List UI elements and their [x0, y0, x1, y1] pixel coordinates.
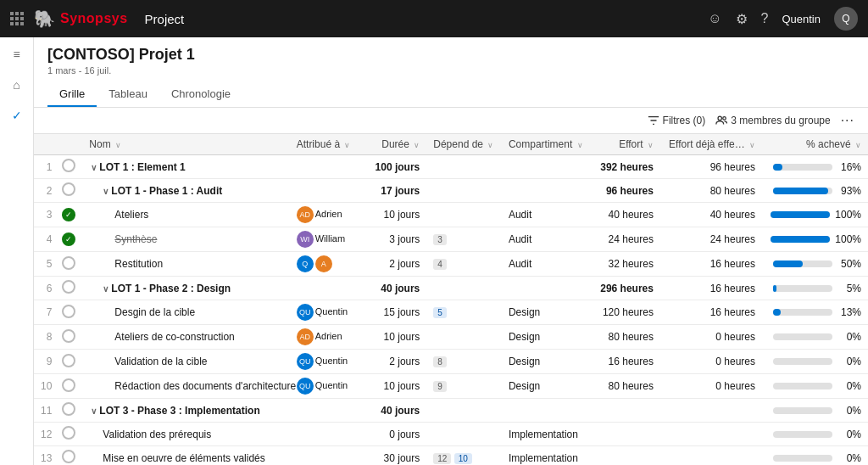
col-compart-header[interactable]: Compartiment ∨ — [502, 134, 592, 155]
row-check[interactable] — [55, 374, 82, 399]
pct-value: 50% — [837, 258, 861, 270]
duree-cell: 40 jours — [367, 277, 426, 300]
table-row[interactable]: 10Rédaction des documents d'architecture… — [34, 374, 868, 399]
table-row[interactable]: 11∨LOT 3 - Phase 3 : Implementation40 jo… — [34, 399, 868, 423]
effort-deja-cell — [660, 423, 762, 446]
pct-value: 0% — [837, 380, 861, 392]
user-avatar[interactable]: Q — [834, 7, 858, 31]
compart-cell — [502, 155, 592, 179]
check-circle[interactable] — [62, 159, 75, 172]
table-row[interactable]: 4SynthèseWIWilliam3 jours3Audit24 heures… — [34, 227, 868, 252]
tab-chronologie[interactable]: Chronologie — [159, 82, 242, 107]
check-circle[interactable] — [62, 450, 75, 463]
check-circle[interactable] — [62, 280, 75, 294]
assignee-name: Quentin — [315, 380, 348, 390]
check-circle[interactable] — [62, 402, 75, 416]
col-depend-header[interactable]: Dépend de ∨ — [426, 134, 502, 155]
check-circle[interactable] — [62, 426, 75, 440]
pct-value: 0% — [837, 331, 861, 343]
subheader: [CONTOSO] Projet 1 1 mars - 16 juil. Gri… — [34, 37, 868, 108]
tab-tableau[interactable]: Tableau — [97, 82, 159, 107]
row-check[interactable] — [55, 179, 82, 203]
progress-bar — [773, 455, 832, 462]
assignee-name: Adrien — [315, 331, 342, 341]
col-effort-header[interactable]: Effort ∨ — [591, 134, 659, 155]
row-check[interactable] — [55, 446, 82, 466]
row-check[interactable] — [55, 277, 82, 300]
expand-icon[interactable]: ∨ — [91, 163, 97, 172]
sort-arrow-name: ∨ — [115, 141, 121, 149]
progress-bar — [773, 285, 832, 292]
more-button[interactable]: ··· — [841, 113, 854, 128]
col-effort-deja-header[interactable]: Effort déjà effe… ∨ — [660, 134, 762, 155]
row-check[interactable] — [55, 399, 82, 423]
help-icon[interactable]: ? — [761, 11, 769, 26]
attribut-cell — [290, 399, 368, 423]
check-circle[interactable] — [62, 256, 75, 270]
table-row[interactable]: 2∨LOT 1 - Phase 1 : Audit17 jours96 heur… — [34, 179, 868, 203]
table-row[interactable]: 7Desgin de la cibleQUQuentin15 jours5Des… — [34, 300, 868, 325]
task-name-cell: Mise en oeuvre de éléments validés — [82, 446, 289, 466]
table-row[interactable]: 8Ateliers de co-constructionADAdrien10 j… — [34, 325, 868, 350]
tab-grille[interactable]: Grille — [47, 82, 97, 107]
grid-icon[interactable] — [10, 12, 24, 25]
check-circle[interactable] — [62, 182, 75, 196]
emoji-icon[interactable]: ☺ — [708, 11, 721, 26]
brand-name: Synopsys — [60, 11, 128, 26]
expand-icon[interactable]: ∨ — [103, 284, 108, 294]
effort-cell: 32 heures — [591, 252, 659, 277]
sidebar-grid-icon[interactable]: ≡ — [7, 44, 27, 64]
expand-icon[interactable]: ∨ — [91, 406, 97, 416]
tabs: Grille Tableau Chronologie — [47, 82, 854, 107]
compart-cell: Design — [502, 374, 592, 399]
expand-icon[interactable]: ∨ — [103, 187, 108, 196]
col-check-header — [55, 134, 82, 155]
row-check[interactable] — [55, 155, 82, 179]
logo: 🐘 Synopsys — [34, 8, 128, 29]
row-check[interactable] — [55, 325, 82, 350]
depend-badge: 4 — [433, 259, 447, 270]
check-circle-done[interactable] — [62, 208, 75, 221]
task-name-cell: Rédaction des documents d'architecture — [82, 374, 289, 399]
col-name-header[interactable]: Nom ∨ — [82, 134, 289, 155]
effort-deja-cell: 40 heures — [660, 203, 762, 227]
gear-icon[interactable]: ⚙ — [736, 11, 748, 27]
row-number: 3 — [34, 203, 55, 227]
sidebar-check-icon[interactable]: ✓ — [7, 105, 27, 126]
task-name-cell: Synthèse — [82, 227, 289, 252]
table-row[interactable]: 13Mise en oeuvre de éléments validés30 j… — [34, 446, 868, 466]
table-row[interactable]: 5RestitutionQA2 jours4Audit32 heures16 h… — [34, 252, 868, 277]
check-circle-done[interactable] — [62, 232, 75, 246]
sidebar-home-icon[interactable]: ⌂ — [7, 75, 27, 95]
row-check[interactable] — [55, 300, 82, 325]
table-row[interactable]: 3AteliersADAdrien10 joursAudit40 heures4… — [34, 203, 868, 227]
table-row[interactable]: 12Validation des prérequis0 joursImpleme… — [34, 423, 868, 446]
row-check[interactable] — [55, 252, 82, 277]
members-button[interactable]: 3 membres du groupe — [715, 115, 830, 126]
col-attribut-header[interactable]: Attribué à ∨ — [290, 134, 368, 155]
svg-point-0 — [718, 116, 721, 120]
row-check[interactable] — [55, 227, 82, 252]
check-circle[interactable] — [62, 378, 75, 392]
col-duree-header[interactable]: Durée ∨ — [367, 134, 426, 155]
filter-button[interactable]: Filtres (0) — [648, 115, 706, 126]
row-check[interactable] — [55, 203, 82, 227]
row-number: 10 — [34, 374, 55, 399]
effort-cell: 120 heures — [591, 300, 659, 325]
table-row[interactable]: 6∨LOT 1 - Phase 2 : Design40 jours296 he… — [34, 277, 868, 300]
task-name-text: LOT 1 : Element 1 — [99, 161, 185, 173]
row-check[interactable] — [55, 423, 82, 446]
table-row[interactable]: 9Validation de la cibleQUQuentin2 jours8… — [34, 350, 868, 374]
check-circle[interactable] — [62, 305, 75, 318]
col-pct-header[interactable]: % achevé ∨ — [762, 134, 868, 155]
row-check[interactable] — [55, 350, 82, 374]
table-row[interactable]: 1∨LOT 1 : Element 1100 jours392 heures96… — [34, 155, 868, 179]
compart-cell: Implementation — [502, 446, 592, 466]
row-number: 4 — [34, 227, 55, 252]
check-circle[interactable] — [62, 354, 75, 367]
check-circle[interactable] — [62, 329, 75, 343]
duree-cell: 2 jours — [367, 252, 426, 277]
pct-cell: 5% — [762, 277, 868, 300]
avatar: QU — [297, 304, 314, 321]
duree-cell: 10 jours — [367, 325, 426, 350]
